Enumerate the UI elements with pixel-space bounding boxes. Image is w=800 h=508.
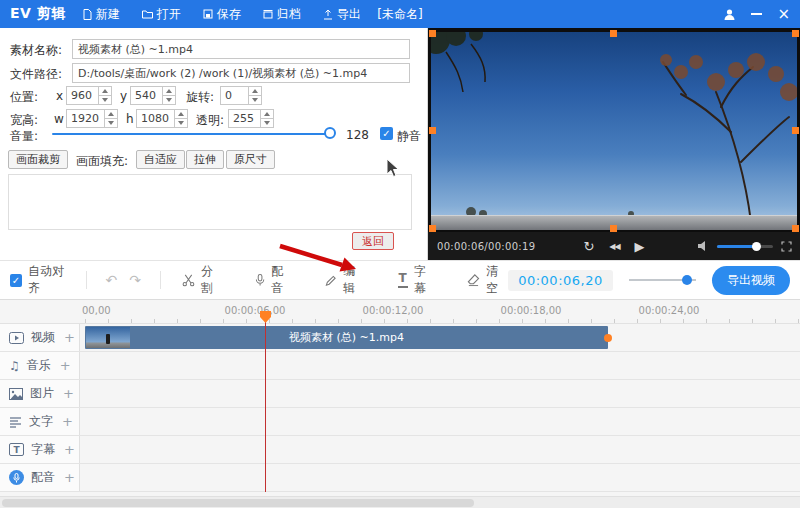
step-up-icon[interactable] [249, 87, 261, 95]
fullscreen-icon[interactable] [781, 241, 792, 252]
step-down-icon[interactable] [261, 118, 273, 127]
step-up-icon[interactable] [105, 110, 117, 118]
play-button[interactable]: ▶ [635, 239, 645, 254]
position-x-stepper[interactable]: 960 [66, 86, 112, 105]
width-stepper[interactable]: 1920 [66, 109, 118, 128]
add-track-button[interactable]: + [64, 330, 75, 345]
rewind-icon[interactable]: ◀◀ [609, 242, 619, 251]
zoom-slider-knob[interactable] [682, 275, 692, 285]
track-label: 配音 [31, 469, 55, 486]
step-down-icon[interactable] [249, 95, 261, 104]
step-down-icon[interactable] [105, 118, 117, 127]
playhead-line[interactable] [265, 322, 266, 492]
export-video-button[interactable]: 导出视频 [712, 266, 790, 295]
fill-auto-button[interactable]: 自适应 [136, 150, 185, 169]
resize-handle-top-middle[interactable] [610, 30, 617, 37]
position-y-stepper[interactable]: 540 [130, 86, 176, 105]
height-label: h [126, 112, 134, 126]
undo-icon[interactable]: ↶ [106, 272, 118, 288]
add-track-button[interactable]: + [62, 414, 73, 429]
fill-original-button[interactable]: 原尺寸 [226, 150, 275, 169]
resize-handle-middle-left[interactable] [429, 127, 436, 134]
preview-volume-knob[interactable] [752, 242, 761, 251]
add-track-button[interactable]: + [63, 386, 74, 401]
resize-handle-bottom-middle[interactable] [610, 225, 617, 232]
track-label: 字幕 [31, 441, 55, 458]
menu-item-save[interactable]: 保存 [203, 6, 241, 23]
file-path-input[interactable]: D:/tools/桌面/work (2) /work (1)/视频素材 (总) … [72, 63, 410, 83]
track-row-text: 文字 + [0, 408, 800, 436]
width-value[interactable]: 1920 [67, 110, 104, 127]
subtitle-t-icon: T [398, 272, 408, 287]
resize-handle-top-left[interactable] [429, 30, 436, 37]
menu-item-new[interactable]: 新建 [82, 6, 120, 23]
rotate-value[interactable]: 0 [221, 87, 248, 104]
split-button[interactable]: 分割 [182, 263, 223, 297]
step-up-icon[interactable] [261, 110, 273, 118]
opacity-stepper[interactable]: 255 [228, 109, 274, 128]
clip-label: 视频素材 (总) ~1.mp4 [289, 330, 404, 345]
speaker-icon[interactable] [698, 241, 709, 251]
add-track-button[interactable]: + [64, 442, 75, 457]
zoom-slider[interactable] [629, 279, 696, 281]
loop-icon[interactable]: ↻ [583, 239, 594, 254]
height-value[interactable]: 1080 [137, 110, 174, 127]
position-label: 位置: [10, 89, 38, 106]
mute-checkbox[interactable]: ✓ [380, 127, 393, 140]
step-up-icon[interactable] [163, 87, 175, 95]
ruler-ticks [85, 319, 800, 323]
close-icon[interactable]: × [777, 7, 790, 22]
crop-button[interactable]: 画面裁剪 [8, 150, 68, 169]
menu-item-export[interactable]: 导出 [323, 6, 361, 23]
edit-toolbar: ✓ 自动对齐 ↶ ↷ 分割 配音 编辑 T 字幕 清空 00:00:06,20 [0, 260, 800, 300]
clip-trim-handle[interactable] [604, 334, 612, 342]
preview-selection[interactable] [431, 32, 797, 230]
menu-item-label: 保存 [217, 6, 241, 23]
clear-button[interactable]: 清空 [467, 263, 508, 297]
track-head-text: 文字 + [0, 408, 80, 435]
resize-handle-top-right[interactable] [792, 30, 799, 37]
step-up-icon[interactable] [175, 110, 187, 118]
ruler-label: 00:00:12,00 [363, 305, 424, 316]
auto-align-toggle[interactable]: ✓ 自动对齐 [10, 263, 73, 297]
resize-handle-middle-right[interactable] [792, 127, 799, 134]
resize-handle-bottom-right[interactable] [792, 225, 799, 232]
rotate-stepper[interactable]: 0 [220, 86, 262, 105]
track-label: 文字 [29, 413, 53, 430]
video-preview[interactable] [431, 32, 797, 230]
redo-icon[interactable]: ↷ [129, 272, 141, 288]
preview-volume-slider[interactable] [717, 245, 773, 248]
step-down-icon[interactable] [175, 118, 187, 127]
track-head-picture: 图片 + [0, 380, 80, 407]
auto-align-checkbox[interactable]: ✓ [10, 274, 22, 287]
timeline-scrollbar-thumb[interactable] [2, 499, 474, 507]
track-head-subtitle: T 字幕 + [0, 436, 80, 463]
minimize-icon[interactable] [751, 13, 762, 15]
volume-slider-track[interactable] [52, 133, 328, 135]
menu-item-open[interactable]: 打开 [142, 6, 181, 23]
video-clip[interactable]: 视频素材 (总) ~1.mp4 [85, 326, 608, 349]
step-down-icon[interactable] [163, 95, 175, 104]
fill-stretch-button[interactable]: 拉伸 [186, 150, 224, 169]
resize-handle-bottom-left[interactable] [429, 225, 436, 232]
volume-slider-knob[interactable] [324, 127, 336, 139]
add-track-button[interactable]: + [64, 470, 75, 485]
subtitle-button[interactable]: T 字幕 [398, 263, 436, 297]
timeline-ruler[interactable]: 00,00 00:00:06,00 00:00:12,00 00:00:18,0… [0, 300, 800, 324]
playback-time: 00:00:06/00:00:19 [437, 241, 535, 252]
timeline-scrollbar[interactable] [0, 496, 800, 508]
position-y-value[interactable]: 540 [131, 87, 162, 104]
sky-trees-image [431, 32, 797, 230]
step-up-icon[interactable] [99, 87, 111, 95]
user-account-icon[interactable] [723, 8, 736, 21]
opacity-value[interactable]: 255 [229, 110, 260, 127]
height-stepper[interactable]: 1080 [136, 109, 188, 128]
material-name-input[interactable]: 视频素材 (总) ~1.mp4 [72, 39, 410, 59]
position-x-label: x [56, 89, 63, 103]
menu-item-archive[interactable]: 归档 [263, 6, 301, 23]
track-head-music: ♫ 音乐 + [0, 352, 80, 379]
step-down-icon[interactable] [99, 95, 111, 104]
add-track-button[interactable]: + [60, 358, 71, 373]
position-x-value[interactable]: 960 [67, 87, 98, 104]
window-controls: × [723, 0, 790, 28]
